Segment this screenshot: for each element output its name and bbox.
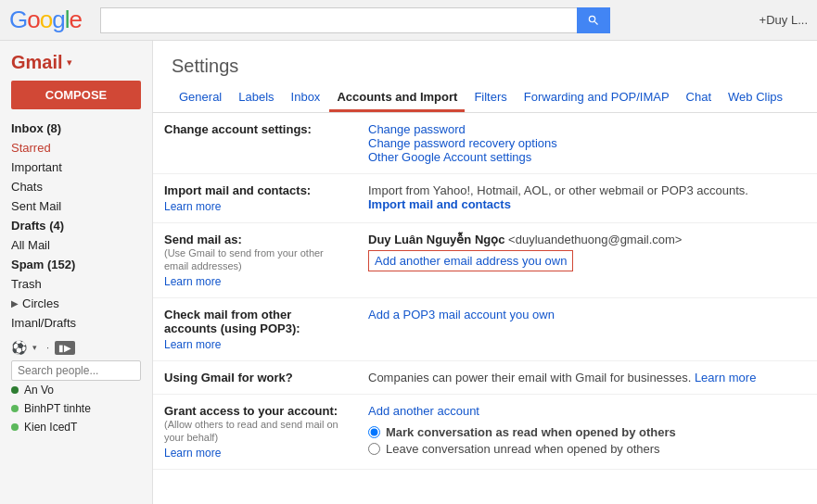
compose-button[interactable]: COMPOSE (11, 81, 141, 109)
sidebar-item-imanl[interactable]: Imanl/Drafts (0, 313, 152, 333)
radio-mark-read-input[interactable] (368, 426, 380, 438)
circles-label: Circles (22, 296, 59, 310)
tab-general[interactable]: General (172, 84, 229, 112)
tab-webclips[interactable]: Web Clips (721, 84, 790, 112)
send-mail-value: Duy Luân Nguyễn Ngọc <duyluandethuong@gm… (357, 223, 817, 298)
import-contacts-link[interactable]: Import mail and contacts (368, 197, 511, 211)
contact-name: Kien IcedT (24, 421, 77, 434)
chat-controls: ⚽ ▾ · ▮▶ (11, 340, 141, 355)
radio-mark-read: Mark conversation as read when opened by… (368, 425, 806, 439)
check-mail-learn-more-link[interactable]: Learn more (164, 338, 346, 351)
import-description: Import from Yahoo!, Hotmail, AOL, or oth… (368, 183, 748, 197)
google-logo: Google (9, 6, 82, 34)
sidebar-item-important[interactable]: Important (0, 158, 152, 177)
work-learn-more-link[interactable]: Learn more (695, 371, 756, 384)
work-value: Companies can power their email with Gma… (357, 361, 817, 395)
grant-access-value: Add another account Mark conversation as… (357, 395, 817, 470)
contact-name: BinhPT tinhte (24, 402, 91, 415)
user-info: +Duy L... (760, 13, 808, 27)
tab-labels[interactable]: Labels (231, 84, 281, 112)
tab-chat[interactable]: Chat (679, 84, 719, 112)
row-grant-access: Grant access to your account: (Allow oth… (153, 395, 817, 470)
change-account-label: Change account settings: (164, 122, 312, 136)
grant-access-learn-more-link[interactable]: Learn more (164, 447, 346, 460)
add-pop3-link[interactable]: Add a POP3 mail account you own (368, 308, 555, 321)
chat-section: ⚽ ▾ · ▮▶ An Vo BinhPT tinhte Kien IcedT (0, 333, 152, 436)
search-icon (587, 14, 600, 27)
import-mail-label: Import mail and contacts: (164, 183, 311, 197)
search-button[interactable] (577, 7, 610, 33)
gmail-label: Gmail ▾ (0, 48, 152, 81)
radio-mark-read-label: Mark conversation as read when opened by… (386, 425, 676, 439)
gmail-text: Gmail (11, 52, 63, 73)
tab-filters[interactable]: Filters (466, 84, 514, 112)
radio-leave-unread-input[interactable] (368, 443, 380, 455)
change-password-link[interactable]: Change password (368, 122, 466, 136)
row-change-account: Change account settings: Change password… (153, 113, 817, 174)
row-send-mail: Send mail as: (Use Gmail to send from yo… (153, 223, 817, 298)
work-label: Using Gmail for work? (164, 371, 293, 384)
radio-leave-unread: Leave conversation unread when opened by… (368, 442, 806, 456)
add-account-link[interactable]: Add another account (368, 404, 479, 418)
gmail-dropdown-icon[interactable]: ▾ (67, 57, 72, 69)
status-dot-kien (11, 423, 19, 431)
search-bar (100, 7, 610, 33)
work-description: Companies can power their email with Gma… (368, 371, 691, 384)
sidebar-item-drafts[interactable]: Drafts (4) (0, 216, 152, 235)
grant-access-label: Grant access to your account: (164, 404, 338, 418)
circles-expand-icon: ▶ (11, 298, 19, 309)
search-people-input[interactable] (11, 360, 141, 381)
status-dropdown-icon[interactable]: ▾ (32, 343, 37, 352)
page-title: Settings (153, 41, 817, 84)
top-bar: Google +Duy L... (0, 0, 817, 41)
contact-name: An Vo (24, 384, 54, 397)
settings-tabs: General Labels Inbox Accounts and Import… (153, 84, 817, 113)
settings-table: Change account settings: Change password… (153, 113, 817, 470)
sidebar-item-chats[interactable]: Chats (0, 177, 152, 196)
import-learn-more-link[interactable]: Learn more (164, 200, 346, 213)
sidebar: Gmail ▾ COMPOSE Inbox (8) Starred Import… (0, 41, 153, 504)
sidebar-item-starred[interactable]: Starred (0, 138, 152, 158)
row-import-mail: Import mail and contacts: Learn more Imp… (153, 174, 817, 223)
status-dot-binhpt (11, 405, 19, 412)
send-mail-label: Send mail as: (164, 233, 242, 246)
main-layout: Gmail ▾ COMPOSE Inbox (8) Starred Import… (0, 41, 817, 504)
sidebar-item-circles[interactable]: ▶ Circles (0, 294, 152, 313)
change-recovery-link[interactable]: Change password recovery options (368, 136, 557, 150)
contact-binhpt[interactable]: BinhPT tinhte (11, 399, 141, 418)
sender-email: <duyluandethuong@gmail.com> (508, 233, 682, 246)
send-mail-sub: (Use Gmail to send from your other email… (164, 247, 324, 271)
radio-leave-unread-label: Leave conversation unread when opened by… (386, 442, 660, 456)
tab-forwarding[interactable]: Forwarding and POP/IMAP (517, 84, 677, 112)
sidebar-item-inbox[interactable]: Inbox (8) (0, 119, 152, 138)
sidebar-item-sent[interactable]: Sent Mail (0, 196, 152, 216)
import-mail-value: Import from Yahoo!, Hotmail, AOL, or oth… (357, 174, 817, 223)
contact-kien[interactable]: Kien IcedT (11, 418, 141, 436)
add-email-link[interactable]: Add another email address you own (368, 250, 573, 271)
check-mail-label: Check mail from other accounts (using PO… (164, 308, 300, 335)
sidebar-item-all[interactable]: All Mail (0, 235, 152, 255)
search-input[interactable] (100, 7, 577, 33)
video-call-button[interactable]: ▮▶ (55, 341, 75, 355)
row-check-mail: Check mail from other accounts (using PO… (153, 298, 817, 361)
change-account-value: Change password Change password recovery… (357, 113, 817, 174)
content-area: Settings General Labels Inbox Accounts a… (153, 41, 817, 504)
sender-name: Duy Luân Nguyễn Ngọc (368, 233, 504, 246)
tab-accounts-import[interactable]: Accounts and Import (329, 84, 465, 112)
grant-access-sub: (Allow others to read and send mail on y… (164, 419, 338, 443)
contact-an-vo[interactable]: An Vo (11, 381, 141, 399)
status-icon[interactable]: ⚽ (11, 340, 27, 355)
send-mail-learn-more-link[interactable]: Learn more (164, 275, 346, 288)
google-account-link[interactable]: Other Google Account settings (368, 150, 531, 164)
sidebar-item-spam[interactable]: Spam (152) (0, 255, 152, 274)
check-mail-value: Add a POP3 mail account you own (357, 298, 817, 361)
sidebar-item-trash[interactable]: Trash (0, 274, 152, 294)
separator: · (46, 342, 49, 353)
tab-inbox[interactable]: Inbox (284, 84, 328, 112)
status-dot-an-vo (11, 386, 19, 394)
row-work: Using Gmail for work? Companies can powe… (153, 361, 817, 395)
